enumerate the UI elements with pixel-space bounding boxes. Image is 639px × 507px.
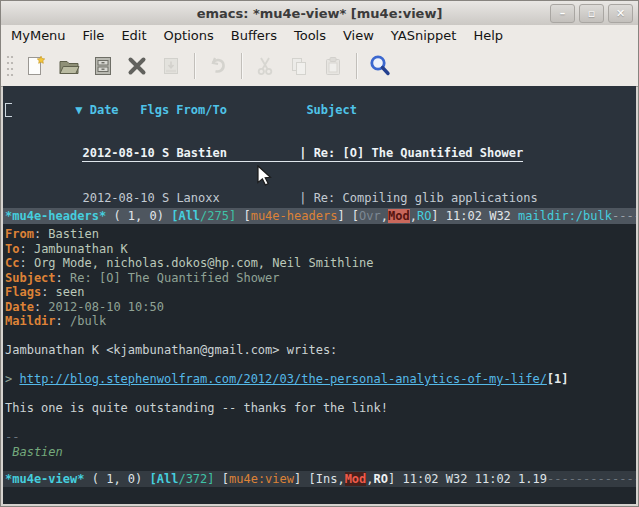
menu-help[interactable]: Help xyxy=(473,28,503,43)
field-label-to: To xyxy=(5,242,19,256)
save-button[interactable] xyxy=(88,51,118,81)
field-label-maildir: Maildir xyxy=(5,314,56,328)
modeline-mod-flag: Mod xyxy=(345,472,367,486)
modeline-time: 11:02 W32 11:02 1.19 xyxy=(402,472,547,486)
modeline-filler: -------------------- xyxy=(547,472,636,486)
title-bar[interactable]: emacs: *mu4e-view* [mu4e:view] – ▫ ✕ xyxy=(1,1,638,26)
row-from: Bastien xyxy=(176,146,299,161)
row-date: 2012-08-10 xyxy=(82,191,161,206)
echo-area[interactable] xyxy=(3,487,636,504)
minimize-button[interactable]: – xyxy=(550,4,575,23)
window-controls: – ▫ ✕ xyxy=(550,4,633,23)
close-x-icon xyxy=(125,54,149,78)
menu-tools[interactable]: Tools xyxy=(294,28,326,43)
new-file-button[interactable] xyxy=(20,51,50,81)
close-buffer-button[interactable] xyxy=(122,51,152,81)
cut-button[interactable] xyxy=(250,51,280,81)
menu-view[interactable]: View xyxy=(343,28,374,43)
field-label-subject: Subject xyxy=(5,271,56,285)
field-value-date: 2012-08-10 10:50 xyxy=(48,300,164,314)
window-title: emacs: *mu4e-view* [mu4e:view] xyxy=(197,6,443,21)
field-label-flags: Flags xyxy=(5,285,41,299)
modeline-query: [All xyxy=(150,472,179,486)
modeline-major-mode: mu4e:view xyxy=(229,472,294,486)
emacs-frame: ▼ DateFlgsFrom/ToSubject 2012-08-10SBast… xyxy=(3,86,636,504)
table-row[interactable]: 2012-08-10SLanoxx|Re: Compiling glib app… xyxy=(3,176,636,208)
modeline-ro-flag: RO xyxy=(374,472,388,486)
field-value-cc: Org Mode, nicholas.dokos@hp.com, Neil Sm… xyxy=(34,256,374,270)
modeline-mu4e-headers[interactable]: *mu4e-headers* ( 1, 0) [All/275] [mu4e-h… xyxy=(3,208,636,224)
save-as-icon xyxy=(159,54,183,78)
toolbar-separator xyxy=(356,53,357,79)
field-value-from: Bastien xyxy=(48,227,99,241)
fringe-cursor-indicator xyxy=(5,103,12,117)
modeline-query: [All xyxy=(171,209,200,223)
menu-buffers[interactable]: Buffers xyxy=(231,28,277,43)
modeline-maildir: maildir:/bulk xyxy=(518,209,612,223)
close-button[interactable]: ✕ xyxy=(608,4,633,23)
modeline-filler: ------------------ xyxy=(612,209,636,223)
quote-prefix: > xyxy=(5,372,12,386)
row-flags: S xyxy=(162,191,176,206)
field-value-to: Jambunathan K xyxy=(34,242,128,256)
maximize-button[interactable]: ▫ xyxy=(579,4,604,23)
row-thread-pipe: | xyxy=(299,146,306,160)
menu-options[interactable]: Options xyxy=(164,28,214,43)
toolbar-drag-handle[interactable] xyxy=(5,52,15,80)
mu4e-view-window: From:Bastien To:Jambunathan K Cc:Org Mod… xyxy=(3,224,636,471)
column-date-sort[interactable]: ▼ Date xyxy=(75,103,140,118)
modeline-count: /275] xyxy=(200,209,236,223)
cut-scissors-icon xyxy=(253,54,277,78)
paste-clipboard-icon xyxy=(321,54,345,78)
undo-button[interactable] xyxy=(203,51,233,81)
field-label-cc: Cc xyxy=(5,256,19,270)
save-icon xyxy=(91,54,115,78)
column-flags[interactable]: Flgs xyxy=(140,103,176,118)
row-flags: S xyxy=(162,146,176,161)
toolbar-separator xyxy=(194,53,195,79)
copy-icon xyxy=(287,54,311,78)
paste-button[interactable] xyxy=(318,51,348,81)
menu-file[interactable]: File xyxy=(83,28,105,43)
menu-yasnippet[interactable]: YASnippet xyxy=(391,28,457,43)
field-value-maildir: /bulk xyxy=(70,314,106,328)
menu-edit[interactable]: Edit xyxy=(121,28,146,43)
field-value-subject: Re: [O] The Quantified Shower xyxy=(70,271,280,285)
table-row-selected[interactable]: 2012-08-10SBastien|Re: [O] The Quantifie… xyxy=(3,132,636,177)
modeline-ins-flag: Ins xyxy=(316,472,338,486)
save-as-button[interactable] xyxy=(156,51,186,81)
field-label-from: From xyxy=(5,227,34,241)
field-value-flags: seen xyxy=(56,285,85,299)
link-reference-number: [1] xyxy=(547,372,569,386)
toolbar-separator xyxy=(241,53,242,79)
column-from[interactable]: From/To xyxy=(176,103,306,118)
row-subject: Re: Compiling glib applications xyxy=(314,191,538,205)
search-icon xyxy=(367,53,393,79)
emacs-window: emacs: *mu4e-view* [mu4e:view] – ▫ ✕ MyM… xyxy=(0,0,639,507)
mu4e-headers-window: ▼ DateFlgsFrom/ToSubject 2012-08-10SBast… xyxy=(3,86,636,208)
modeline-mu4e-view[interactable]: *mu4e-view* ( 1, 0) [All/372] [mu4e:view… xyxy=(3,471,636,487)
message-reply-line: This one is quite outstanding -- thanks … xyxy=(3,401,636,416)
modeline-time: 11:02 W32 xyxy=(446,209,518,223)
copy-button[interactable] xyxy=(284,51,314,81)
row-subject: Re: [O] The Quantified Shower xyxy=(314,146,524,160)
modeline-position: ( 1, 0) xyxy=(84,472,149,486)
modeline-mod-flag: Mod xyxy=(388,209,410,223)
modeline-buffer-name: *mu4e-headers* xyxy=(5,209,106,223)
field-label-date: Date xyxy=(5,300,34,314)
open-file-button[interactable] xyxy=(54,51,84,81)
message-intro-line: Jambunathan K <kjambunathan@gmail.com> w… xyxy=(3,343,636,358)
modeline-major-mode: mu4e-headers xyxy=(251,209,338,223)
row-from: Lanoxx xyxy=(176,191,299,206)
modeline-buffer-name: *mu4e-view* xyxy=(5,472,84,486)
signature: Bastien xyxy=(12,445,63,459)
menu-mymenu[interactable]: MyMenu xyxy=(11,28,66,43)
hyperlink[interactable]: http://blog.stephenwolfram.com/2012/03/t… xyxy=(19,372,546,386)
open-folder-icon xyxy=(57,54,81,78)
modeline-position: ( 1, 0) xyxy=(106,209,171,223)
search-button[interactable] xyxy=(365,51,395,81)
modeline-ro-flag: RO xyxy=(417,209,431,223)
undo-icon xyxy=(206,54,230,78)
column-subject[interactable]: Subject xyxy=(306,103,357,117)
row-date: 2012-08-10 xyxy=(82,146,161,161)
